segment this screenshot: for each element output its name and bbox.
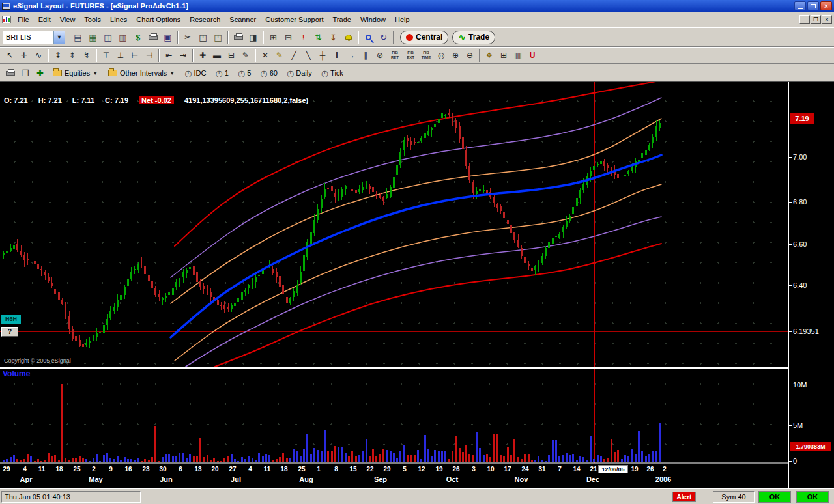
reset-tool[interactable]: ⊟ — [224, 49, 238, 62]
menu-chart-options[interactable]: Chart Options — [132, 13, 185, 26]
copy-icon[interactable]: ❐ — [18, 66, 33, 80]
month-label: Jul — [231, 475, 241, 483]
date-label: 16 — [124, 466, 132, 473]
price-chart[interactable]: O: 7.21 H: 7.21 L: 7.11 C: 7.19 Net -0.0… — [0, 82, 788, 464]
combo-dropdown-icon[interactable]: ▼ — [53, 31, 65, 44]
folder-dropdown-equities[interactable]: Equities▼ — [53, 69, 98, 77]
fib-extension-tool[interactable]: FIBEXT — [403, 49, 418, 62]
menu-lines[interactable]: Lines — [106, 13, 132, 26]
fib-retracement-tool[interactable]: FIBRET — [387, 49, 403, 62]
folder-dropdown-other-intervals[interactable]: Other Intervals▼ — [108, 69, 175, 77]
interval-1[interactable]: ◷1 — [215, 68, 228, 78]
interval-tick[interactable]: ◷Tick — [321, 68, 343, 78]
alert-badge[interactable]: Alert — [672, 492, 696, 502]
fib-time-tool[interactable]: FIBTIME — [418, 49, 434, 62]
new-page-icon[interactable]: ▤ — [70, 30, 85, 44]
page-down-tool[interactable]: ⇟ — [65, 49, 79, 62]
lightning-tool[interactable]: ↯ — [79, 49, 94, 62]
step-back-icon[interactable]: ⇤ — [162, 49, 176, 62]
price-axis[interactable]: 7.006.806.606.406.1935110M5M07.191.79038… — [788, 82, 834, 488]
interval-60[interactable]: ◷60 — [260, 68, 278, 78]
time-sales-icon[interactable]: ▥ — [115, 30, 130, 44]
text-tool[interactable]: I — [330, 49, 344, 62]
squiggle-tool[interactable]: ∿ — [31, 49, 46, 62]
align-bottom-icon[interactable]: ⊥ — [113, 49, 128, 62]
add-study-tool[interactable]: ✚ — [195, 49, 210, 62]
align-left-icon[interactable]: ⊢ — [128, 49, 142, 62]
gem-icon[interactable]: ❖ — [482, 49, 496, 62]
horizontal-line-tool[interactable]: ▬ — [210, 49, 224, 62]
save-icon[interactable]: ▣ — [160, 30, 175, 44]
selected-date-box[interactable]: 12/06/05 — [598, 465, 628, 473]
link-tool[interactable]: ◎ — [434, 49, 448, 62]
delete-drawing-tool[interactable]: ✕ — [258, 49, 272, 62]
chart-window-icon[interactable]: ◫ — [100, 30, 115, 44]
page-up-tool[interactable]: ⇞ — [51, 49, 65, 62]
minimize-button[interactable] — [794, 1, 806, 10]
edit-tool[interactable]: ✎ — [238, 49, 253, 62]
menu-customer-support[interactable]: Customer Support — [261, 13, 328, 26]
align-top-icon[interactable]: ⊤ — [99, 49, 113, 62]
ellipse-tool[interactable]: ⊘ — [373, 49, 387, 62]
print-icon[interactable] — [3, 66, 18, 80]
app-icon — [2, 3, 10, 10]
interval-daily[interactable]: ◷Daily — [287, 68, 312, 78]
arrow-tool[interactable]: → — [344, 49, 358, 62]
mdi-close-button[interactable]: × — [822, 15, 832, 24]
menu-window[interactable]: Window — [356, 13, 390, 26]
up-down-arrows-icon[interactable]: ⇅ — [311, 30, 326, 44]
alert-manager-icon[interactable]: ! — [296, 30, 311, 44]
print-icon[interactable] — [231, 30, 246, 44]
paste-icon[interactable]: ◰ — [210, 30, 225, 44]
bell-icon[interactable] — [341, 30, 356, 44]
quote-board-icon[interactable]: ▦ — [85, 30, 100, 44]
interval-idc[interactable]: ◷IDC — [184, 68, 206, 78]
step-forward-icon[interactable]: ⇥ — [176, 49, 190, 62]
mdi-minimize-button[interactable]: – — [799, 15, 810, 24]
help-button[interactable]: ? — [1, 327, 18, 337]
trendline-alt-tool[interactable]: ╲ — [301, 49, 315, 62]
menu-trade[interactable]: Trade — [328, 13, 356, 26]
menu-tools[interactable]: Tools — [79, 13, 106, 26]
high-value: H: 7.21 — [38, 96, 62, 104]
trade-button[interactable]: ∿ Trade — [452, 31, 495, 44]
download-icon[interactable]: ↧ — [326, 30, 341, 44]
menu-view[interactable]: View — [55, 13, 80, 26]
central-button[interactable]: Central — [400, 31, 448, 44]
menu-research[interactable]: Research — [185, 13, 225, 26]
pointer-tool[interactable]: ↖ — [3, 49, 17, 62]
tile-windows-icon[interactable]: ⊟ — [281, 30, 296, 44]
grid-icon[interactable]: ⊞ — [496, 49, 511, 62]
align-right-icon[interactable]: ⊣ — [142, 49, 156, 62]
symbol-tag[interactable]: H6H — [1, 315, 21, 324]
restore-button[interactable] — [807, 1, 819, 10]
trendline-tool[interactable]: ╱ — [287, 49, 301, 62]
menu-edit[interactable]: Edit — [34, 13, 55, 26]
printer-icon[interactable] — [145, 30, 160, 44]
crosshair-tool[interactable]: ✛ — [17, 49, 31, 62]
book-icon[interactable]: ▥ — [511, 49, 525, 62]
zoom-out-icon[interactable]: ⊖ — [463, 49, 477, 62]
copy-icon[interactable]: ◳ — [195, 30, 210, 44]
add-page-icon[interactable]: ✚ — [33, 66, 48, 80]
menu-file[interactable]: File — [13, 13, 34, 26]
underline-tool[interactable]: U — [525, 49, 539, 62]
mdi-restore-button[interactable]: ❐ — [811, 15, 821, 24]
date-axis[interactable]: 2941118252916233061320274111825181522295… — [0, 464, 788, 488]
dollar-icon[interactable]: $ — [130, 30, 145, 44]
menu-help[interactable]: Help — [390, 13, 414, 26]
menu-scanner[interactable]: Scanner — [225, 13, 261, 26]
search-icon[interactable] — [361, 30, 376, 44]
interval-5[interactable]: ◷5 — [238, 68, 251, 78]
cut-icon[interactable]: ✂ — [180, 30, 195, 44]
layout-grid-icon[interactable]: ⊞ — [266, 30, 281, 44]
chart-canvas[interactable] — [0, 82, 788, 464]
parallel-lines-tool[interactable]: ∥ — [358, 49, 373, 62]
pencil-tool[interactable]: ✎ — [272, 49, 287, 62]
zoom-in-icon[interactable]: ⊕ — [448, 49, 463, 62]
refresh-icon[interactable]: ↻ — [376, 30, 391, 44]
close-button[interactable]: × — [820, 1, 832, 10]
symbol-combo[interactable]: BRI-LIS ▼ — [3, 31, 65, 44]
cross-tool[interactable]: ┼ — [315, 49, 330, 62]
print-preview-icon[interactable]: ◨ — [246, 30, 261, 44]
